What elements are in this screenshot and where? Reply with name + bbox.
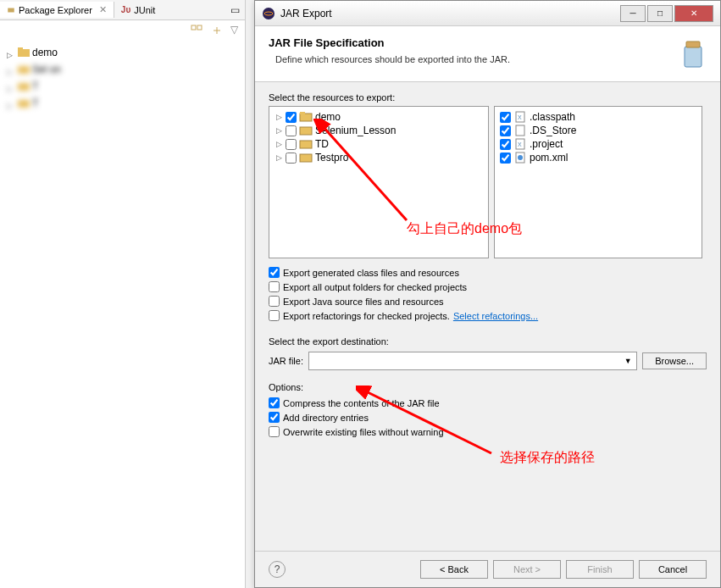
resource-checkbox[interactable] (500, 153, 511, 164)
jar-icon (676, 36, 710, 70)
xml-file-icon (513, 152, 527, 164)
option-row[interactable]: Compress the contents of the JAR file (269, 396, 707, 410)
export-option-row[interactable]: Export generated class files and resourc… (269, 265, 707, 280)
file-icon: X (513, 111, 527, 123)
explorer-tabs: Package Explorer ✕ Jυ JUnit ▭ (0, 0, 245, 20)
option-checkbox[interactable] (269, 397, 280, 408)
svg-rect-15 (300, 141, 312, 148)
resources-left-pane[interactable]: ▷ demo ▷ Selenium_Lesson ▷ TD (269, 106, 489, 258)
header-title: JAR File Specification (269, 36, 707, 49)
expand-arrow-icon[interactable] (7, 82, 15, 91)
maximize-button[interactable]: □ (647, 5, 673, 22)
svg-rect-12 (300, 114, 312, 121)
menu-icon[interactable]: ▽ (230, 24, 238, 37)
cancel-button[interactable]: Cancel (639, 560, 707, 579)
expand-arrow-icon[interactable] (7, 65, 15, 74)
svg-rect-19 (516, 125, 524, 136)
expand-arrow-icon[interactable] (7, 99, 15, 108)
select-resources-label: Select the resources to export: (269, 92, 707, 103)
project-folder-icon (299, 152, 313, 164)
resource-label: .DS_Store (530, 125, 576, 136)
help-icon[interactable]: ? (269, 561, 286, 578)
expand-arrow-icon[interactable]: ▷ (275, 140, 283, 148)
resource-label: demo (315, 111, 341, 123)
resource-item[interactable]: ▷ Selenium_Lesson (273, 124, 485, 137)
jar-file-combo[interactable]: ▼ (308, 352, 637, 370)
minimize-button[interactable]: ─ (620, 5, 646, 22)
resource-checkbox[interactable] (500, 139, 511, 150)
svg-rect-6 (18, 83, 30, 91)
option-checkbox[interactable] (269, 426, 280, 437)
select-refactorings-link[interactable]: Select refactorings... (453, 311, 538, 321)
resource-label: TD (315, 138, 329, 150)
expand-arrow-icon[interactable]: ▷ (275, 153, 283, 162)
close-button[interactable]: ✕ (674, 5, 713, 22)
option-row[interactable]: Overwrite existing files without warning (269, 424, 707, 439)
option-label: Compress the contents of the JAR file (283, 398, 440, 408)
expand-arrow-icon[interactable] (7, 48, 15, 57)
svg-rect-7 (18, 100, 30, 108)
svg-rect-0 (8, 8, 14, 12)
next-button[interactable]: Next > (493, 560, 561, 579)
option-checkbox[interactable] (269, 310, 280, 321)
svg-rect-5 (18, 66, 30, 74)
export-option-row[interactable]: Export all output folders for checked pr… (269, 280, 707, 294)
resource-checkbox[interactable] (286, 153, 297, 164)
tab-package-explorer[interactable]: Package Explorer ✕ (0, 2, 114, 18)
resource-file-item[interactable]: .DS_Store (498, 124, 698, 137)
svg-rect-3 (18, 49, 30, 57)
resource-checkbox[interactable] (286, 139, 297, 150)
dialog-titlebar[interactable]: JAR Export ─ □ ✕ (255, 1, 720, 26)
resource-item-demo[interactable]: ▷ demo (273, 110, 485, 124)
jar-file-label: JAR file: (269, 356, 303, 366)
tree-item[interactable]: Sel on (3, 61, 241, 78)
option-checkbox[interactable] (269, 412, 280, 423)
project-folder-icon (299, 138, 313, 150)
close-icon[interactable]: ✕ (99, 4, 107, 15)
resource-file-item[interactable]: X .project (498, 137, 698, 151)
dropdown-arrow-icon[interactable]: ▼ (621, 354, 635, 368)
resource-label: .project (530, 138, 563, 150)
project-icon (17, 97, 31, 110)
explorer-toolbar: ▽ (0, 20, 245, 41)
resource-checkbox[interactable] (286, 125, 297, 136)
option-label: Export Java source files and resources (283, 297, 444, 307)
tree-item-label: T (32, 97, 38, 109)
resource-file-item[interactable]: X .classpath (498, 110, 698, 124)
minimize-icon[interactable]: ▭ (230, 4, 245, 16)
dialog-footer: ? < Back Next > Finish Cancel (255, 551, 720, 587)
finish-button[interactable]: Finish (566, 560, 634, 579)
jar-file-input[interactable] (309, 352, 619, 369)
option-checkbox[interactable] (269, 267, 280, 278)
resource-item[interactable]: ▷ TD (273, 137, 485, 151)
option-label: Export all output folders for checked pr… (283, 282, 467, 292)
resources-right-pane[interactable]: X .classpath .DS_Store X .project pom.xm… (494, 106, 702, 258)
browse-button[interactable]: Browse... (642, 352, 707, 369)
export-option-row[interactable]: Export Java source files and resources (269, 294, 707, 308)
option-checkbox[interactable] (269, 296, 280, 307)
resource-checkbox[interactable] (500, 112, 511, 123)
expand-arrow-icon[interactable]: ▷ (275, 113, 283, 121)
expand-arrow-icon[interactable]: ▷ (275, 126, 283, 135)
tree-item[interactable]: T (3, 95, 241, 112)
svg-rect-2 (197, 25, 202, 30)
back-button[interactable]: < Back (420, 560, 488, 579)
resource-item[interactable]: ▷ Testpro (273, 151, 485, 164)
option-checkbox[interactable] (269, 281, 280, 292)
export-option-row[interactable]: Export refactorings for checked projects… (269, 308, 707, 323)
tree-item-demo[interactable]: demo (3, 44, 241, 61)
resource-label: Selenium_Lesson (315, 125, 396, 136)
resource-checkbox[interactable] (500, 125, 511, 136)
tab-label: JUnit (134, 5, 155, 15)
option-label: Export generated class files and resourc… (283, 268, 459, 278)
resource-file-item[interactable]: pom.xml (498, 151, 698, 164)
tab-junit[interactable]: Jυ JUnit (114, 3, 162, 18)
link-icon[interactable] (210, 24, 224, 37)
tree-item[interactable]: T (3, 78, 241, 95)
tree-item-label: demo (32, 47, 58, 58)
collapse-icon[interactable] (190, 24, 203, 37)
resource-checkbox[interactable] (286, 112, 297, 123)
option-row[interactable]: Add directory entries (269, 410, 707, 424)
options-section: Options: Compress the contents of the JA… (269, 382, 707, 439)
svg-rect-13 (300, 112, 305, 114)
